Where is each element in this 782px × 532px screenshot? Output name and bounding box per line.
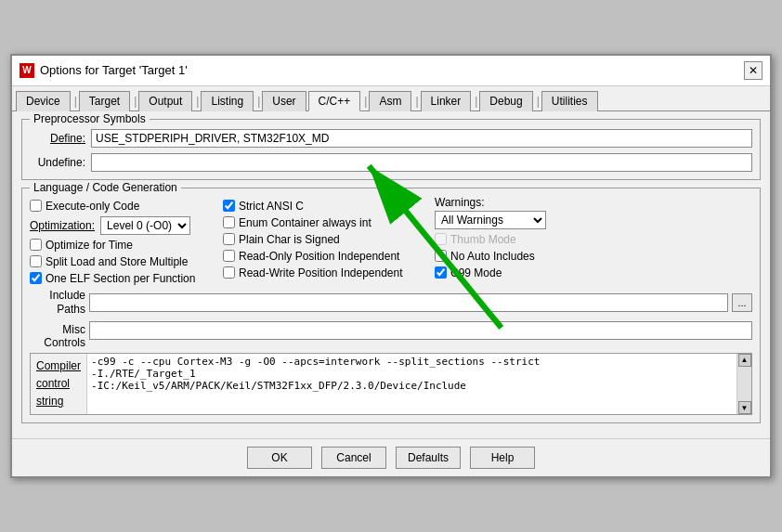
preprocessor-group: Preprocessor Symbols Define: Undefine: xyxy=(21,119,761,180)
split-load-row: Split Load and Store Multiple xyxy=(30,255,215,268)
strict-ansi-checkbox[interactable] xyxy=(223,200,235,212)
tab-user[interactable]: User xyxy=(262,91,306,111)
compiler-scrollbar: ▲ ▼ xyxy=(736,354,751,415)
dialog-title: Options for Target 'Target 1' xyxy=(40,63,188,77)
close-button[interactable]: ✕ xyxy=(744,61,762,80)
misc-controls-input[interactable] xyxy=(89,321,752,340)
tab-cpp[interactable]: C/C++ xyxy=(308,91,361,111)
tab-device[interactable]: Device xyxy=(16,91,71,111)
lang-col2: Strict ANSI C Enum Container always int … xyxy=(223,196,427,285)
warnings-label: Warnings: xyxy=(435,196,752,209)
main-content: Preprocessor Symbols Define: Undefine: L… xyxy=(12,111,770,439)
misc-controls-row: Misc Controls xyxy=(30,321,752,349)
split-load-label: Split Load and Store Multiple xyxy=(46,255,188,268)
bottom-bar: OK Cancel Defaults Help xyxy=(12,438,770,476)
c99-mode-row: C99 Mode xyxy=(435,266,752,279)
split-load-checkbox[interactable] xyxy=(30,255,42,267)
optimize-time-label: Optimize for Time xyxy=(46,239,133,252)
warnings-section: Warnings: All Warnings No Warnings xyxy=(435,196,752,229)
optimization-select[interactable]: Level 0 (-O0) xyxy=(100,216,190,235)
optimize-time-row: Optimize for Time xyxy=(30,239,215,252)
enum-container-row: Enum Container always int xyxy=(223,216,427,229)
preprocessor-group-label: Preprocessor Symbols xyxy=(30,112,150,125)
warnings-select[interactable]: All Warnings No Warnings xyxy=(435,211,546,229)
read-only-row: Read-Only Position Independent xyxy=(223,250,427,263)
define-row: Define: xyxy=(30,129,752,148)
tab-linker[interactable]: Linker xyxy=(421,91,472,111)
tab-utilities[interactable]: Utilities xyxy=(541,91,598,111)
language-group-label: Language / Code Generation xyxy=(30,181,181,194)
help-button[interactable]: Help xyxy=(470,447,535,469)
read-write-label: Read-Write Position Independent xyxy=(239,266,403,279)
scroll-down-button[interactable]: ▼ xyxy=(738,401,751,414)
compiler-box: Compiler control string ▲ ▼ xyxy=(30,353,752,416)
compiler-text[interactable] xyxy=(86,354,736,415)
scroll-up-button[interactable]: ▲ xyxy=(738,354,751,367)
lang-col1: Execute-only Code Optimization: Level 0 … xyxy=(30,196,215,285)
include-paths-row: Include Paths ... xyxy=(30,289,752,318)
language-cols: Execute-only Code Optimization: Level 0 … xyxy=(30,196,752,285)
plain-char-row: Plain Char is Signed xyxy=(223,233,427,246)
lang-col3: Warnings: All Warnings No Warnings Thumb… xyxy=(435,196,752,285)
read-write-row: Read-Write Position Independent xyxy=(223,266,427,279)
c99-mode-checkbox[interactable] xyxy=(435,266,447,279)
warnings-dropdown: All Warnings No Warnings xyxy=(435,211,752,229)
ok-button[interactable]: OK xyxy=(247,447,312,469)
defaults-button[interactable]: Defaults xyxy=(396,447,461,469)
read-write-checkbox[interactable] xyxy=(223,266,235,279)
language-group: Language / Code Generation Execute-only … xyxy=(21,188,761,424)
execute-only-label: Execute-only Code xyxy=(46,200,139,213)
optimization-row: Optimization: Level 0 (-O0) xyxy=(30,216,215,235)
execute-only-checkbox[interactable] xyxy=(30,200,42,212)
enum-container-checkbox[interactable] xyxy=(223,216,235,228)
no-auto-includes-row: No Auto Includes xyxy=(435,250,752,263)
execute-only-row: Execute-only Code xyxy=(30,200,215,213)
app-icon: W xyxy=(20,63,34,78)
read-only-checkbox[interactable] xyxy=(223,250,235,262)
tab-listing[interactable]: Listing xyxy=(201,91,254,111)
plain-char-checkbox[interactable] xyxy=(223,233,235,245)
define-input[interactable] xyxy=(91,129,752,148)
tab-output[interactable]: Output xyxy=(138,91,192,111)
thumb-mode-checkbox[interactable] xyxy=(435,233,447,245)
strict-ansi-row: Strict ANSI C xyxy=(223,200,427,213)
optimize-time-checkbox[interactable] xyxy=(30,239,42,251)
undefine-label: Undefine: xyxy=(30,156,85,169)
plain-char-label: Plain Char is Signed xyxy=(239,233,340,246)
enum-container-label: Enum Container always int xyxy=(239,216,371,229)
no-auto-includes-checkbox[interactable] xyxy=(435,250,447,262)
c99-mode-label: C99 Mode xyxy=(450,266,502,279)
tab-bar: Device | Target | Output | Listing | Use… xyxy=(12,86,770,111)
no-auto-includes-label: No Auto Includes xyxy=(450,250,535,263)
one-elf-label: One ELF Section per Function xyxy=(46,272,195,285)
undefine-input[interactable] xyxy=(91,153,752,172)
tab-target[interactable]: Target xyxy=(79,91,130,111)
strict-ansi-label: Strict ANSI C xyxy=(239,200,304,213)
thumb-mode-label: Thumb Mode xyxy=(450,233,516,246)
include-paths-input[interactable] xyxy=(89,293,728,312)
title-bar-left: W Options for Target 'Target 1' xyxy=(20,63,188,78)
dialog: W Options for Target 'Target 1' ✕ Device… xyxy=(10,54,772,479)
one-elf-row: One ELF Section per Function xyxy=(30,272,215,285)
thumb-mode-row: Thumb Mode xyxy=(435,233,752,246)
one-elf-checkbox[interactable] xyxy=(30,272,42,284)
read-only-label: Read-Only Position Independent xyxy=(239,250,399,263)
misc-label: Misc Controls xyxy=(30,321,85,349)
tab-asm[interactable]: Asm xyxy=(369,91,411,111)
cancel-button[interactable]: Cancel xyxy=(321,447,386,469)
compiler-label: Compiler control string xyxy=(31,354,86,415)
include-browse-button[interactable]: ... xyxy=(732,293,752,312)
title-bar: W Options for Target 'Target 1' ✕ xyxy=(12,56,770,86)
compiler-section: Compiler control string ▲ ▼ xyxy=(30,353,752,416)
undefine-row: Undefine: xyxy=(30,153,752,172)
tab-debug[interactable]: Debug xyxy=(479,91,532,111)
include-paths-label: Include Paths xyxy=(30,289,85,318)
optimization-label: Optimization: xyxy=(30,219,95,232)
define-label: Define: xyxy=(30,132,85,145)
